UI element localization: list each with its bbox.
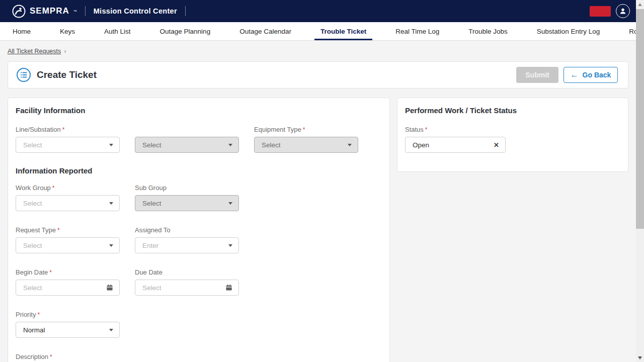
- begin-date-picker[interactable]: Select: [16, 280, 120, 296]
- assigned-to-label: Assigned To: [135, 226, 239, 234]
- tab-outage-planning[interactable]: Outage Planning: [160, 22, 211, 40]
- scrollbar-down-arrow-icon[interactable]: [638, 356, 642, 359]
- user-avatar-icon[interactable]: [616, 4, 630, 18]
- due-date-label: Due Date: [135, 268, 239, 277]
- priority-label: Priority*: [16, 311, 120, 319]
- go-back-button[interactable]: ← Go Back: [564, 67, 618, 83]
- status-label: Status*: [405, 126, 506, 134]
- scrollbar-up-arrow-icon[interactable]: [638, 3, 642, 6]
- sempra-logo-icon: [12, 5, 26, 18]
- line-substation-select[interactable]: Select: [16, 137, 120, 153]
- brand-name: SEMPRA: [30, 6, 69, 16]
- breadcrumb-link-all-ticket-requests[interactable]: All Ticket Requests: [8, 48, 61, 55]
- sub-group-select[interactable]: Select: [135, 195, 239, 211]
- chevron-down-icon: [109, 144, 113, 146]
- chevron-down-icon: [228, 144, 232, 146]
- priority-select[interactable]: Normal: [16, 322, 120, 338]
- chevron-down-icon: [228, 202, 232, 205]
- sub-group-label: Sub Group: [135, 184, 239, 192]
- equipment-type-select[interactable]: Select: [254, 137, 358, 153]
- facility-information-panel: Facility Information Line/Substation* Se…: [8, 98, 390, 362]
- due-date-picker[interactable]: Select: [135, 280, 239, 296]
- chevron-down-icon: [109, 329, 113, 331]
- calendar-icon: [225, 284, 232, 291]
- header-divider-2: [185, 6, 186, 16]
- chevron-down-icon: [228, 244, 232, 247]
- line-substation-label: Line/Substation*: [16, 126, 120, 134]
- back-arrow-icon: ←: [571, 71, 579, 79]
- page-title-card: Create Ticket Submit ← Go Back: [8, 61, 628, 88]
- chevron-down-icon: [348, 144, 352, 146]
- facility-information-heading: Facility Information: [16, 106, 382, 115]
- brand: SEMPRA ™: [12, 5, 77, 18]
- app-title: Mission Control Center: [94, 7, 177, 15]
- tab-real-time-log[interactable]: Real Time Log: [395, 22, 439, 40]
- breadcrumb-chevron-icon: ›: [64, 47, 66, 55]
- header-divider: [85, 6, 86, 16]
- page-title: Create Ticket: [37, 69, 97, 80]
- main-nav: Home Keys Auth List Outage Planning Outa…: [0, 22, 644, 41]
- tab-auth-list[interactable]: Auth List: [104, 22, 131, 40]
- breadcrumb: All Ticket Requests ›: [8, 47, 628, 55]
- calendar-icon: [106, 284, 113, 291]
- tab-keys[interactable]: Keys: [60, 22, 75, 40]
- description-label: Description*: [16, 353, 239, 361]
- red-status-block[interactable]: [590, 6, 611, 17]
- request-type-label: Request Type*: [16, 226, 120, 234]
- work-group-label: Work Group*: [16, 184, 120, 192]
- assigned-to-combobox[interactable]: Enter: [135, 237, 239, 253]
- tab-home[interactable]: Home: [13, 22, 31, 40]
- scrollbar-thumb[interactable]: [636, 9, 644, 229]
- facility-level2-label: [135, 126, 239, 134]
- ticket-status-heading: Performed Work / Ticket Status: [405, 106, 620, 115]
- go-back-label: Go Back: [583, 71, 611, 79]
- chevron-down-icon: [109, 244, 113, 247]
- submit-button[interactable]: Submit: [516, 67, 558, 83]
- facility-level2-select[interactable]: Select: [135, 137, 239, 153]
- status-select[interactable]: Open ✕: [405, 137, 506, 153]
- vertical-scrollbar[interactable]: [636, 0, 644, 362]
- clear-icon[interactable]: ✕: [494, 141, 499, 149]
- chevron-down-icon: [109, 202, 113, 205]
- trademark: ™: [73, 10, 77, 13]
- information-reported-heading: Information Reported: [16, 166, 382, 175]
- begin-date-label: Begin Date*: [16, 268, 120, 277]
- tab-outage-calendar[interactable]: Outage Calendar: [239, 22, 291, 40]
- app-header: SEMPRA ™ Mission Control Center: [0, 0, 644, 22]
- work-group-select[interactable]: Select: [16, 195, 120, 211]
- tab-substation-entry-log[interactable]: Substation Entry Log: [537, 22, 600, 40]
- ticket-status-panel: Performed Work / Ticket Status Status* O…: [397, 98, 628, 172]
- request-type-select[interactable]: Select: [16, 237, 120, 253]
- equipment-type-label: Equipment Type*: [254, 126, 358, 134]
- tab-trouble-ticket[interactable]: Trouble Ticket: [320, 22, 366, 40]
- tab-trouble-jobs[interactable]: Trouble Jobs: [468, 22, 508, 40]
- ticket-list-icon: [16, 67, 31, 82]
